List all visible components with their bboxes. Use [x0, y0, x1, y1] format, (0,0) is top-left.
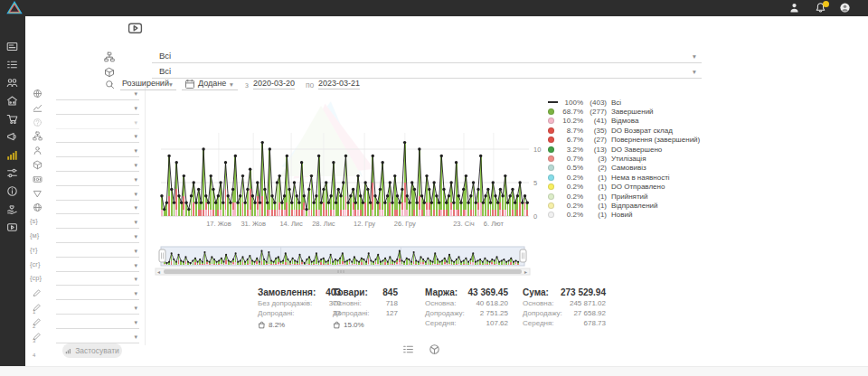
- stat-sub-label: Без допродажів:: [258, 299, 312, 309]
- legend-dot-swatch: [548, 118, 559, 124]
- logo-watermark: [280, 97, 374, 179]
- app-logo[interactable]: [6, 1, 23, 14]
- product-select[interactable]: [152, 67, 702, 79]
- legend-count: (2): [583, 164, 607, 172]
- filter-select-15[interactable]: ▾: [56, 287, 139, 300]
- filter-select-5[interactable]: ▾: [56, 145, 139, 157]
- legend-item[interactable]: 0.2%(1)DO Отправлено: [548, 183, 718, 192]
- sidebar-item-megaphone[interactable]: [6, 131, 19, 144]
- stat-column-1: Замовлення:403Без допродажів:370Допродан…: [258, 287, 341, 329]
- chart-legend: 100%(403)Всі68.7%(277)Завершений10.2%(41…: [548, 98, 718, 220]
- help-icon: [33, 118, 43, 128]
- sidebar-item-analytics[interactable]: [6, 149, 19, 162]
- navigator-handle-left[interactable]: [159, 249, 165, 262]
- filter-select-16[interactable]: ▾: [56, 302, 139, 315]
- stat-sub-value: 718: [386, 299, 398, 309]
- legend-item[interactable]: 0.2%(1)Відправлений: [548, 201, 718, 210]
- stat-sub-label: Основна:: [523, 299, 553, 309]
- cube-circle-icon[interactable]: [429, 343, 440, 355]
- sidebar-item-list[interactable]: [6, 59, 19, 71]
- date-to-input[interactable]: 2023-03-21: [318, 79, 360, 89]
- sidebar-item-info[interactable]: [6, 185, 19, 198]
- chevron-down-icon: ▾: [134, 190, 137, 198]
- stat-sub-value: 678.73: [584, 319, 606, 329]
- trend-icon: [33, 103, 43, 114]
- filter-select-17[interactable]: ▾: [56, 316, 139, 329]
- filter-select-3[interactable]: ▾: [56, 117, 139, 129]
- legend-item[interactable]: 8.7%(35)DO Возврат склад: [548, 126, 718, 135]
- sidebar-item-store[interactable]: [6, 95, 19, 108]
- filter-select-13[interactable]: ▾: [56, 259, 139, 272]
- navigator-handle-right[interactable]: [520, 249, 526, 262]
- stat-column-2: Товари:845Основні:718Допродані:12715.0%: [333, 287, 398, 329]
- presentation-icon[interactable]: [127, 21, 149, 36]
- sidebar-item-users[interactable]: [6, 77, 19, 89]
- filter-select-18[interactable]: ▾: [56, 331, 139, 343]
- notification-badge: [823, 1, 829, 7]
- legend-item[interactable]: 6.7%(27)Повернення (завершений): [548, 136, 718, 145]
- filter-select-4[interactable]: ▾: [56, 130, 139, 143]
- filter-select-10[interactable]: ▾: [56, 216, 139, 229]
- filter-select-7[interactable]: ▾: [56, 174, 139, 186]
- legend-label: Завершений: [611, 108, 654, 116]
- legend-count: (1): [583, 183, 607, 191]
- person-icon: [33, 146, 43, 156]
- legend-item[interactable]: 0.2%(1)Прийнятий: [548, 192, 718, 201]
- legend-item[interactable]: 100%(403)Всі: [548, 98, 718, 107]
- stat-value: 845: [382, 287, 398, 299]
- filter-select-6[interactable]: ▾: [56, 159, 139, 172]
- filter-select-12[interactable]: ▾: [56, 245, 139, 258]
- legend-item[interactable]: 0.2%(1)Новий: [548, 211, 718, 220]
- store-icon: [6, 95, 19, 107]
- sidebar-item-cart[interactable]: [6, 113, 19, 126]
- status-group-select[interactable]: [152, 52, 702, 63]
- chevron-down-icon: ▾: [134, 203, 137, 212]
- chevron-down-icon: ▾: [134, 318, 137, 326]
- date-from-input[interactable]: 2020-03-20: [253, 79, 295, 89]
- user-icon[interactable]: [788, 2, 801, 14]
- bag-percent-icon: [258, 321, 266, 329]
- date-field-underline[interactable]: [182, 79, 238, 90]
- legend-item[interactable]: 10.2%(41)Відмова: [548, 117, 718, 126]
- filter-row-17: 3▾: [25, 316, 145, 329]
- legend-item[interactable]: 3.2%(13)DO Завершено: [548, 145, 718, 154]
- chart-navigator[interactable]: ◂▸: [149, 242, 728, 283]
- info-icon: [6, 185, 19, 197]
- sidebar-item-video[interactable]: [6, 221, 19, 234]
- scrollbar-thumb[interactable]: [164, 269, 522, 274]
- search-mode-underline[interactable]: [120, 79, 176, 90]
- filter-select-14[interactable]: ▾: [56, 273, 139, 286]
- sidebar-item-dashboard[interactable]: [6, 41, 19, 53]
- filter-row-10: {s}▾: [25, 216, 145, 229]
- legend-percent: 0.2%: [559, 183, 583, 191]
- filter-select-8[interactable]: ▾: [56, 188, 139, 201]
- list-icon: [6, 59, 19, 70]
- stat-sub-value: 245 871.02: [570, 299, 606, 309]
- legend-item[interactable]: 0.2%(1)Нема в наявності: [548, 173, 718, 182]
- apply-filters-label: Застосувати: [75, 346, 119, 355]
- filter-select-9[interactable]: ▾: [56, 202, 139, 214]
- scroll-right-arrow[interactable]: ▸: [524, 268, 527, 275]
- chevron-down-icon: ▾: [134, 175, 137, 183]
- search-icon[interactable]: [105, 80, 116, 90]
- pencil-icon: 4: [33, 332, 43, 343]
- sidebar-item-heart-hand[interactable]: [6, 203, 19, 216]
- filter-row-13: {сг}▾: [25, 259, 145, 272]
- filter-row-7: ▾: [25, 174, 145, 186]
- filter-row-16: 2▾: [25, 302, 145, 315]
- legend-item[interactable]: 0.7%(3)Утилізація: [548, 154, 718, 163]
- sidebar-item-sliders[interactable]: [6, 167, 19, 180]
- apply-filters-button[interactable]: Застосувати: [62, 343, 122, 358]
- chevron-down-icon: ▾: [134, 161, 137, 169]
- filter-select-11[interactable]: ▾: [56, 230, 139, 243]
- legend-label: Самовивіз: [611, 164, 646, 172]
- rows-icon[interactable]: [402, 343, 414, 355]
- filter-row-3: ▾: [25, 117, 145, 129]
- chevron-down-icon: ▾: [693, 68, 696, 76]
- legend-item[interactable]: 68.7%(277)Завершений: [548, 107, 718, 116]
- filter-select-2[interactable]: ▾: [56, 102, 139, 115]
- avatar[interactable]: [839, 2, 852, 14]
- legend-count: (41): [583, 117, 607, 125]
- legend-item[interactable]: 0.5%(2)Самовивіз: [548, 164, 718, 173]
- scroll-left-arrow[interactable]: ◂: [157, 268, 160, 275]
